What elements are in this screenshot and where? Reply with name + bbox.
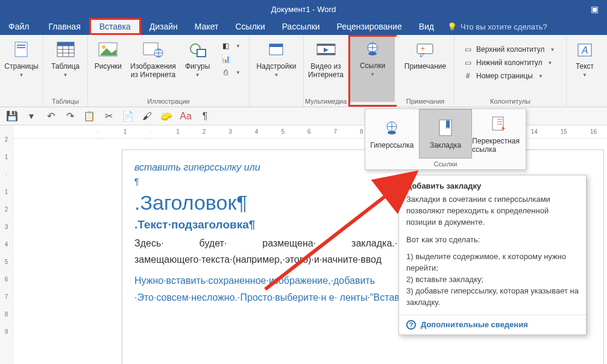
paste-icon[interactable]: 📋	[83, 110, 95, 122]
lightbulb-icon: 💡	[447, 22, 457, 31]
tab-layout[interactable]: Макет	[186, 18, 227, 35]
show-marks-icon[interactable]: ¶	[199, 110, 211, 122]
header-icon: ▭	[463, 45, 473, 54]
addins-button[interactable]: Надстройки ▼	[252, 37, 301, 80]
cut-icon[interactable]: ✂	[102, 110, 115, 122]
tab-file[interactable]: Файл	[0, 18, 40, 35]
comment-button[interactable]: + Примечание	[399, 37, 451, 74]
vertical-ruler[interactable]: 21·123456789	[0, 125, 13, 364]
addins-label: Надстройки	[257, 63, 297, 71]
hyperlink-button[interactable]: Гиперссылка	[365, 109, 419, 158]
customize-qat-icon[interactable]: ▾	[25, 110, 37, 122]
save-icon[interactable]: 💾	[6, 110, 18, 122]
dropdown-icon: ▼	[582, 72, 587, 78]
help-icon: ?	[406, 320, 416, 330]
links-gallery-popup: Гиперссылка Закладка Перекрестная ссылка…	[365, 108, 526, 170]
header-button[interactable]: ▭Верхний колонтитул▼	[461, 43, 557, 55]
chart-button[interactable]: 📊	[218, 53, 243, 65]
dropdown-icon: ▼	[63, 72, 68, 78]
page-number-label: Номер страницы	[476, 72, 533, 80]
links-label: Ссылки	[360, 62, 385, 71]
page-number-button[interactable]: #Номер страницы▼	[461, 70, 557, 82]
tab-mailings[interactable]: Рассылки	[274, 18, 329, 35]
shapes-button[interactable]: Фигуры ▼	[180, 37, 215, 80]
svg-rect-20	[317, 44, 335, 46]
spellcheck-icon[interactable]: Aa	[180, 110, 192, 122]
crossreference-button[interactable]: Перекрестная ссылка	[472, 109, 526, 158]
svg-point-24	[368, 52, 377, 55]
shapes-icon	[187, 40, 208, 60]
undo-icon[interactable]: ↶	[45, 110, 57, 122]
dropdown-icon: ▼	[370, 72, 375, 77]
table-button[interactable]: Таблица ▼	[46, 37, 85, 80]
tooltip-more-info-link[interactable]: ? Дополнительные сведения	[399, 315, 586, 334]
group-media-label: Мультимедиа	[304, 96, 348, 107]
tab-design[interactable]: Дизайн	[141, 18, 186, 35]
tooltip-step3: 3) добавьте гиперссылку, которая указыва…	[406, 286, 579, 309]
tooltip-p2: Вот как это сделать:	[406, 234, 579, 246]
group-illustrations-label: Иллюстрации	[88, 96, 249, 107]
tell-me-search[interactable]: 💡 Что вы хотите сделать?	[447, 18, 547, 35]
ribbon-tabs: Файл Главная Вставка Дизайн Макет Ссылки…	[0, 18, 607, 35]
svg-text:+: +	[421, 45, 425, 53]
smartart-icon: ◧	[221, 41, 230, 51]
group-label	[567, 104, 603, 107]
copy-icon[interactable]: 📄	[122, 110, 134, 122]
svg-rect-21	[317, 53, 335, 55]
comment-label: Примечание	[404, 63, 446, 71]
pictures-button[interactable]: Рисунки	[90, 37, 126, 74]
pages-button[interactable]: Страницы ▼	[2, 37, 40, 80]
addins-icon	[266, 40, 287, 60]
redo-icon[interactable]: ↷	[64, 110, 76, 122]
smartart-button[interactable]: ◧▼	[218, 40, 243, 52]
pages-icon	[11, 40, 32, 60]
tab-review[interactable]: Рецензирование	[329, 18, 410, 35]
dropdown-icon: ▼	[19, 72, 24, 78]
bookmark-tooltip: Добавить закладку Закладки в сочетании с…	[398, 175, 587, 335]
crossreference-icon	[491, 114, 507, 134]
svg-text:A: A	[581, 45, 588, 55]
tooltip-step2: 2) вставьте закладку;	[406, 274, 579, 286]
dropdown-icon: ▼	[550, 47, 555, 52]
online-pictures-icon	[143, 40, 163, 60]
svg-rect-34	[492, 117, 503, 130]
tab-home[interactable]: Главная	[40, 18, 89, 35]
svg-point-31	[388, 131, 396, 134]
dropdown-icon: ▼	[274, 72, 279, 78]
tooltip-title: Добавить закладку	[399, 175, 586, 194]
dropdown-icon: ▼	[548, 60, 553, 66]
tooltip-body: Закладки в сочетании с гиперссылками поз…	[399, 194, 586, 315]
svg-marker-26	[421, 54, 424, 57]
window-title: Документ1 - Word	[271, 5, 336, 14]
pictures-label: Рисунки	[95, 63, 122, 71]
ribbon: Страницы ▼ Таблица ▼ Таблицы Рисунки Изо…	[0, 35, 607, 107]
ribbon-display-options-icon[interactable]: ▣	[591, 4, 599, 14]
svg-rect-2	[17, 47, 25, 48]
bookmark-icon	[439, 118, 452, 139]
online-pictures-button[interactable]: Изображения из Интернета	[126, 37, 180, 82]
header-label: Верхний колонтитул	[476, 45, 544, 54]
footer-label: Нижний колонтитул	[476, 58, 543, 67]
tab-insert[interactable]: Вставка	[89, 18, 141, 35]
screenshot-button[interactable]: ⎙▼	[218, 66, 243, 78]
illustration-small-buttons: ◧▼ 📊 ⎙▼	[215, 37, 247, 81]
shapes-label: Фигуры	[185, 63, 210, 71]
online-video-button[interactable]: Видео из Интернета	[306, 37, 345, 82]
dropdown-icon: ▼	[538, 74, 543, 79]
pages-label: Страницы	[4, 63, 38, 71]
footer-button[interactable]: ▭Нижний колонтитул▼	[461, 57, 557, 69]
svg-rect-16	[197, 49, 206, 57]
crossreference-label: Перекрестная ссылка	[472, 137, 526, 154]
eraser-icon[interactable]: 🧽	[160, 110, 172, 122]
text-button[interactable]: A Текст ▼	[569, 37, 600, 80]
group-label	[0, 104, 43, 107]
tab-references[interactable]: Ссылки	[227, 18, 273, 35]
comment-icon: +	[415, 40, 436, 60]
format-painter-icon[interactable]: 🖌	[141, 110, 153, 122]
chart-icon: 📊	[221, 54, 230, 64]
links-split-button[interactable]: Ссылки ▼	[350, 37, 395, 102]
video-icon	[316, 40, 336, 60]
bookmark-button[interactable]: Закладка	[419, 109, 473, 158]
title-bar: Документ1 - Word ▣	[0, 0, 607, 18]
tab-view[interactable]: Вид	[410, 18, 442, 35]
